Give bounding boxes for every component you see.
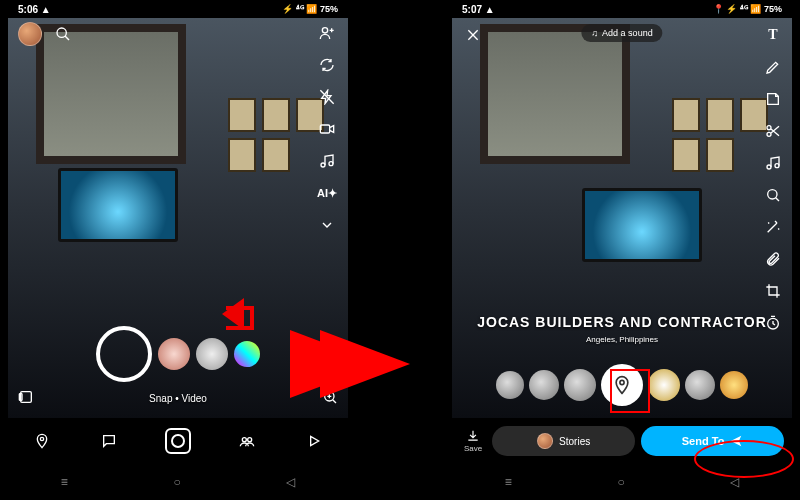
location-sticker-subtitle: Angeles, Philippines — [452, 335, 792, 344]
annotation-arrow-center — [320, 330, 444, 398]
lens-carousel[interactable] — [8, 326, 348, 382]
filter-option[interactable] — [496, 371, 524, 399]
annotation-arrow-left — [212, 300, 254, 328]
sparkle-icon[interactable] — [762, 184, 784, 206]
music-tool-icon[interactable] — [762, 152, 784, 174]
filter-option[interactable] — [648, 369, 680, 401]
status-icons: 📍 ⚡ ⁴ᴳ 📶 75% — [713, 4, 782, 14]
edit-screen: 5:07 ▲ 📍 ⚡ ⁴ᴳ 📶 75% ♫ Add a sound T JOCA… — [452, 0, 792, 500]
bottom-nav — [8, 418, 348, 464]
home-key[interactable]: ○ — [617, 475, 624, 489]
svg-point-14 — [775, 164, 779, 168]
status-bar: 5:06 ▲ ⚡ ⁴ᴳ 📶 75% — [8, 0, 348, 18]
mode-label: Snap • Video — [149, 393, 207, 404]
camera-tab-icon[interactable] — [165, 428, 191, 454]
lens-option[interactable] — [158, 338, 190, 370]
draw-tool-icon[interactable] — [762, 56, 784, 78]
video-icon[interactable] — [316, 118, 338, 140]
map-tab-icon[interactable] — [31, 430, 53, 452]
crop-icon[interactable] — [762, 280, 784, 302]
svg-point-15 — [768, 190, 777, 199]
status-bar: 5:07 ▲ 📍 ⚡ ⁴ᴳ 📶 75% — [452, 0, 792, 18]
add-friend-icon[interactable] — [316, 22, 338, 44]
svg-point-12 — [767, 132, 771, 136]
svg-point-3 — [321, 163, 325, 167]
music-note-icon: ♫ — [591, 28, 598, 38]
search-icon[interactable] — [52, 23, 74, 45]
svg-point-4 — [329, 162, 333, 166]
android-nav: ≡ ○ ◁ — [8, 464, 348, 500]
sticker-tool-icon[interactable] — [762, 88, 784, 110]
room-tv — [582, 188, 702, 262]
room-window — [480, 24, 630, 164]
back-key[interactable]: ◁ — [286, 475, 295, 489]
spotlight-tab-icon[interactable] — [303, 430, 325, 452]
svg-point-10 — [248, 438, 252, 442]
annotation-oval — [694, 440, 794, 478]
snap-preview[interactable]: ♫ Add a sound T JOCAS BUILDERS AND CONTR… — [452, 18, 792, 418]
svg-point-9 — [242, 438, 246, 442]
recent-apps-key[interactable]: ≡ — [505, 475, 512, 489]
stories-button[interactable]: Stories — [492, 426, 635, 456]
profile-avatar[interactable] — [18, 22, 42, 46]
more-icon[interactable] — [316, 214, 338, 236]
lens-option[interactable] — [234, 341, 260, 367]
annotation-box — [610, 369, 650, 413]
svg-point-0 — [57, 28, 66, 37]
chat-tab-icon[interactable] — [98, 430, 120, 452]
stories-tab-icon[interactable] — [236, 430, 258, 452]
camera-screen: 5:06 ▲ ⚡ ⁴ᴳ 📶 75% AI✦ — [8, 0, 348, 500]
capture-button[interactable] — [96, 326, 152, 382]
add-sound-button[interactable]: ♫ Add a sound — [581, 24, 662, 42]
svg-point-11 — [767, 126, 771, 130]
svg-point-1 — [322, 28, 327, 33]
filter-option[interactable] — [685, 370, 715, 400]
close-icon[interactable] — [462, 24, 484, 46]
time: 5:06 — [18, 4, 38, 15]
attach-icon[interactable] — [762, 248, 784, 270]
flash-icon[interactable] — [316, 86, 338, 108]
home-key[interactable]: ○ — [173, 475, 180, 489]
filter-option[interactable] — [564, 369, 596, 401]
filter-option[interactable] — [529, 370, 559, 400]
svg-point-8 — [40, 437, 43, 440]
scissors-icon[interactable] — [762, 120, 784, 142]
avatar-icon — [537, 433, 553, 449]
status-icons: ⚡ ⁴ᴳ 📶 75% — [282, 4, 338, 14]
memories-icon[interactable] — [18, 389, 34, 408]
magic-wand-icon[interactable] — [762, 216, 784, 238]
filter-option[interactable] — [720, 371, 748, 399]
flip-camera-icon[interactable] — [316, 54, 338, 76]
music-icon[interactable] — [316, 150, 338, 172]
location-sticker-title[interactable]: JOCAS BUILDERS AND CONTRACTOR — [452, 314, 792, 330]
save-button[interactable]: Save — [460, 429, 486, 453]
text-tool-icon[interactable]: T — [762, 24, 784, 46]
svg-rect-2 — [320, 125, 329, 133]
recent-apps-key[interactable]: ≡ — [61, 475, 68, 489]
lens-option[interactable] — [196, 338, 228, 370]
time: 5:07 — [462, 4, 482, 15]
ai-icon[interactable]: AI✦ — [316, 182, 338, 204]
svg-point-13 — [767, 165, 771, 169]
camera-viewport[interactable]: AI✦ Snap • Video — [8, 18, 348, 418]
